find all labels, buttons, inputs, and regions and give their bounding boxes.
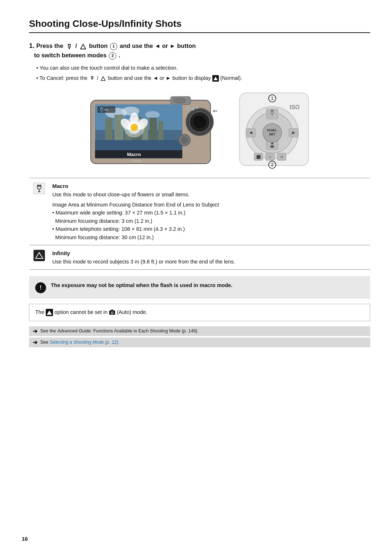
macro-mountain-icon — [65, 42, 73, 50]
infinity-description: Use this mode to record subjects 3 m (9.… — [52, 258, 366, 266]
mountain-normal-icon — [212, 75, 219, 82]
step1-text: Press the — [36, 42, 65, 49]
macro-icon — [33, 183, 45, 194]
svg-point-58 — [271, 142, 273, 144]
bullet-list: You can also use the touch control dial … — [36, 64, 370, 82]
ref-text-1: See the Advanced Guide: Functions Availa… — [40, 328, 199, 334]
ref-arrow-1: ➔ — [33, 328, 37, 335]
svg-point-43 — [216, 110, 217, 112]
svg-rect-71 — [33, 183, 45, 194]
svg-rect-22 — [150, 118, 157, 140]
control-panel-image: 1 ISO ◄ ► — [236, 89, 312, 169]
step-number: 1. — [29, 42, 36, 49]
camera-body-image: AA Macro Canon — [87, 89, 225, 169]
warning-box: ! The exposure may not be optimal when t… — [29, 276, 370, 299]
or-text-2: or — [160, 75, 166, 81]
infinity-label: Infinity — [52, 249, 366, 257]
svg-marker-3 — [101, 77, 105, 81]
step1-text3: and use the — [120, 42, 155, 49]
bullet-2-text3: button and use the — [108, 75, 153, 81]
bullet-item-1: You can also use the touch control dial … — [36, 64, 370, 72]
macro-details: Image Area at Minimum Focusing Distance … — [52, 201, 366, 241]
macro-icon-cell — [29, 178, 49, 245]
macro-description: Use this mode to shoot close-ups of flow… — [52, 191, 366, 199]
svg-point-82 — [111, 312, 113, 314]
macro-row: Macro Use this mode to shoot close-ups o… — [29, 178, 370, 245]
macro-label: Macro — [52, 182, 366, 190]
macro-detail-1: • Maximum wide angle setting: 37 × 27 mm… — [52, 209, 366, 225]
svg-point-29 — [131, 124, 138, 131]
bullet-item-2: To Cancel: press the / button and use th… — [36, 74, 370, 82]
ref-arrow-2: ➔ — [33, 339, 37, 346]
info-text-prefix: The — [35, 309, 46, 315]
arrow-right-heading: ► — [170, 43, 176, 49]
circle-2: 2 — [109, 52, 116, 60]
svg-text:2: 2 — [271, 162, 274, 167]
mountain-icon-bullet — [100, 75, 106, 82]
mountain-icon-heading — [79, 42, 87, 50]
macro-content-cell: Macro Use this mode to shoot close-ups o… — [49, 178, 370, 245]
bullet-2-text2: / — [97, 75, 98, 81]
svg-text:Canon: Canon — [131, 158, 142, 163]
svg-text:►: ► — [291, 130, 296, 135]
modes-table: Macro Use this mode to shoot close-ups o… — [29, 178, 370, 270]
ref-box-1: ➔ See the Advanced Guide: Functions Avai… — [29, 326, 370, 336]
svg-text:↺: ↺ — [280, 155, 283, 159]
svg-point-8 — [193, 115, 206, 128]
infinity-icon — [33, 250, 45, 261]
step1-dot: . — [119, 52, 121, 58]
svg-marker-1 — [81, 44, 86, 49]
infinity-row: Infinity Use this mode to record subject… — [29, 245, 370, 270]
bullet-2-text: To Cancel: press the — [40, 75, 89, 81]
svg-text:☺: ☺ — [268, 155, 272, 159]
svg-text:⬛: ⬛ — [256, 155, 261, 159]
ref-text-2: See Selecting a Shooting Mode (p. 12). — [40, 340, 119, 345]
page-number: 16 — [22, 536, 28, 542]
svg-marker-78 — [47, 311, 52, 315]
svg-point-15 — [145, 111, 160, 118]
camera-illustration: AA Macro Canon — [29, 89, 370, 169]
svg-marker-4 — [213, 77, 217, 80]
arrow-left-bullet: ◄ — [153, 75, 158, 81]
bullet-2-text4: button to display — [172, 75, 212, 81]
infinity-content-cell: Infinity Use this mode to record subject… — [49, 245, 370, 270]
svg-text:1: 1 — [271, 96, 274, 101]
svg-rect-39 — [196, 107, 198, 109]
svg-text:Macro: Macro — [127, 152, 141, 157]
svg-point-26 — [130, 113, 139, 126]
svg-rect-17 — [105, 118, 113, 140]
ref-link: Selecting a Shooting Mode (p. 12) — [50, 340, 118, 345]
svg-point-42 — [213, 110, 215, 112]
svg-rect-74 — [33, 250, 45, 261]
svg-point-10 — [173, 97, 186, 104]
svg-rect-18 — [114, 115, 123, 140]
step1-heading: 1. Press the / button 1 and use the ◄ or… — [29, 41, 370, 60]
step1-text2: button — [89, 42, 109, 49]
svg-rect-38 — [191, 107, 195, 110]
info-box: The option cannot be set in (Auto) mode. — [29, 304, 370, 321]
arrow-right-bullet: ► — [166, 75, 171, 81]
camera-auto-icon — [109, 309, 115, 316]
ref-box-2: ➔ See Selecting a Shooting Mode (p. 12). — [29, 338, 370, 347]
warning-icon: ! — [35, 282, 46, 294]
step1-slash: / — [75, 42, 77, 49]
or-text-1: or — [162, 42, 170, 49]
svg-point-41 — [181, 136, 188, 144]
warning-text: The exposure may not be optimal when the… — [51, 281, 232, 289]
svg-text:SET: SET — [269, 132, 275, 136]
bullet-2-text5: (Normal). — [220, 75, 242, 81]
macro-icon-bullet — [89, 75, 95, 82]
infinity-icon-cell — [29, 245, 49, 270]
macro-detail-2: • Maximum telephoto setting: 108 × 81 mm… — [52, 225, 366, 241]
svg-rect-37 — [186, 107, 189, 110]
info-text-middle: option cannot be set in — [54, 309, 109, 315]
bullet-1-text: You can also use the touch control dial … — [40, 65, 178, 71]
info-text-suffix: (Auto) mode. — [117, 309, 147, 315]
circle-1: 1 — [110, 43, 117, 50]
mountain-option-icon — [46, 309, 53, 316]
svg-rect-23 — [158, 121, 163, 140]
svg-text:◄: ◄ — [248, 130, 253, 135]
svg-text:ISO: ISO — [290, 104, 300, 110]
page-title: Shooting Close-Ups/Infinity Shots — [29, 18, 370, 33]
svg-text:AA: AA — [104, 108, 109, 111]
